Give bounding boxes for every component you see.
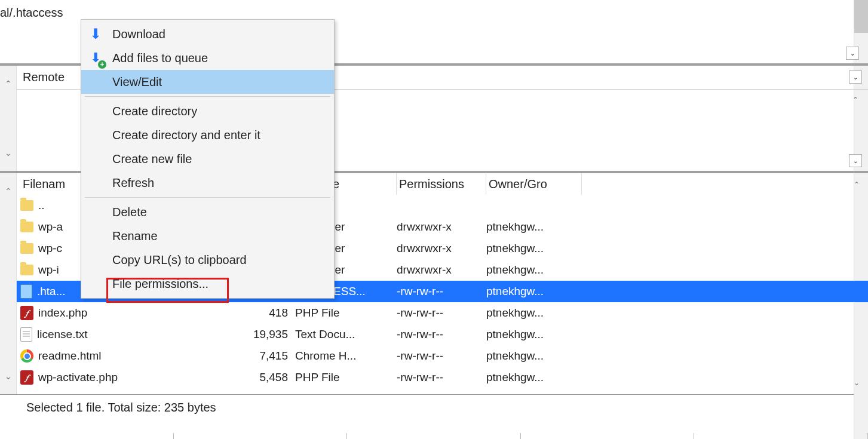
file-name: .. [38, 199, 45, 212]
file-permissions: -rw-rw-r-- [397, 371, 486, 384]
scroll-up-icon[interactable]: ⌃ [0, 66, 16, 102]
remote-site-label: Remote [23, 70, 65, 84]
file-size: 7,415 [223, 349, 295, 363]
menu-rename[interactable]: Rename [81, 224, 334, 248]
file-owner: ptnekhgw... [486, 371, 582, 384]
file-owner: ptnekhgw... [486, 285, 582, 298]
menu-view-edit[interactable]: View/Edit [81, 70, 334, 94]
chevron-down-icon: ⌄ [850, 50, 855, 57]
remote-path-dropdown[interactable]: ⌄ [849, 70, 862, 84]
file-name: readme.html [38, 349, 102, 363]
bottom-pane-tabs [0, 433, 868, 439]
chevron-down-icon: ⌄ [853, 158, 858, 164]
current-path: al/.htaccess [0, 0, 81, 20]
menu-download[interactable]: ⬇ Download [81, 22, 334, 46]
file-name: wp-i [38, 263, 59, 277]
file-type: Text Docu... [295, 328, 397, 341]
status-text: Selected 1 file. Total size: 235 bytes [26, 401, 216, 415]
context-menu: ⬇ Download ⬇ Add files to queue View/Edi… [81, 19, 335, 299]
path-dropdown-button[interactable]: ⌄ [846, 47, 859, 60]
menu-separator [85, 197, 330, 198]
file-owner: ptnekhgw... [486, 242, 582, 255]
file-name: index.php [38, 306, 87, 320]
file-row[interactable]: 𝑓index.php418PHP File-rw-rw-r--ptnekhgw.… [17, 302, 868, 324]
file-name: license.txt [37, 328, 87, 341]
menu-create-directory-enter[interactable]: Create directory and enter it [81, 123, 334, 147]
menu-refresh[interactable]: Refresh [81, 171, 334, 195]
file-name: wp-activate.php [38, 371, 118, 384]
file-name: wp-a [38, 220, 63, 234]
col-owner[interactable]: Owner/Gro [486, 173, 582, 195]
remote-scroll-up-icon[interactable]: ⌃ [849, 93, 862, 106]
file-row[interactable]: license.txt19,935Text Docu...-rw-rw-r--p… [17, 324, 868, 345]
file-owner: ptnekhgw... [486, 306, 582, 320]
file-list-scrollbar-left[interactable]: ⌃ ⌄ [0, 173, 17, 394]
chrome-icon [20, 349, 33, 363]
file-owner: ptnekhgw... [486, 349, 582, 363]
flash-file-icon: 𝑓 [20, 306, 33, 320]
file-type: Chrome H... [295, 349, 397, 363]
file-permissions: -rw-rw-r-- [397, 328, 486, 341]
file-row[interactable]: readme.html7,415Chrome H...-rw-rw-r--ptn… [17, 345, 868, 367]
add-queue-icon: ⬇ [87, 50, 104, 66]
file-permissions: drwxrwxr-x [397, 242, 486, 255]
folder-icon [20, 200, 33, 211]
tree-scrollbar[interactable]: ⌃ ⌄ [0, 66, 17, 171]
file-owner: ptnekhgw... [486, 263, 582, 277]
download-icon: ⬇ [87, 26, 104, 42]
file-size: 418 [223, 306, 295, 320]
menu-file-permissions[interactable]: File permissions... [81, 272, 334, 296]
file-name: wp-c [38, 242, 62, 255]
flash-file-icon: 𝑓 [20, 370, 33, 385]
folder-icon [20, 243, 33, 254]
menu-create-new-file[interactable]: Create new file [81, 147, 334, 171]
file-name: .hta... [37, 285, 66, 298]
menu-copy-url[interactable]: Copy URL(s) to clipboard [81, 248, 334, 272]
file-type: PHP File [295, 371, 397, 384]
file-permissions: -rw-rw-r-- [397, 285, 486, 298]
file-size: 5,458 [223, 371, 295, 384]
file-permissions: -rw-rw-r-- [397, 306, 486, 320]
file-list-scroll-up-icon[interactable]: ⌃ [850, 178, 863, 191]
text-file-icon [20, 327, 32, 342]
scroll-down-icon[interactable]: ⌄ [0, 135, 16, 171]
file-size: 19,935 [223, 328, 295, 341]
file-permissions: drwxrwxr-x [397, 263, 486, 277]
file-owner: ptnekhgw... [486, 328, 582, 341]
filezilla-window: al/.htaccess ⌄ ⌃ ⌄ Remote ⌄ ⌃ ⌄ ⌃ ⌄ [0, 0, 868, 439]
col-permissions[interactable]: Permissions [397, 173, 486, 195]
menu-delete[interactable]: Delete [81, 200, 334, 224]
htaccess-file-icon [20, 284, 32, 299]
remote-scroll-down-icon[interactable]: ⌄ [849, 154, 862, 167]
file-owner: ptnekhgw... [486, 220, 582, 234]
menu-separator [85, 96, 330, 97]
menu-add-to-queue[interactable]: ⬇ Add files to queue [81, 46, 334, 70]
file-row[interactable]: 𝑓wp-activate.php5,458PHP File-rw-rw-r--p… [17, 367, 868, 388]
file-type: PHP File [295, 306, 397, 320]
chevron-down-icon: ⌄ [853, 74, 858, 81]
folder-icon [20, 265, 33, 275]
menu-create-directory[interactable]: Create directory [81, 99, 334, 123]
status-bar: Selected 1 file. Total size: 235 bytes [0, 394, 868, 420]
scroll-down-icon[interactable]: ⌄ [0, 358, 16, 394]
file-permissions: drwxrwxr-x [397, 220, 486, 234]
folder-icon [20, 222, 33, 232]
file-permissions: -rw-rw-r-- [397, 349, 486, 363]
scroll-up-icon[interactable]: ⌃ [0, 173, 16, 209]
file-list-scroll-down-icon[interactable]: ⌄ [850, 376, 863, 389]
